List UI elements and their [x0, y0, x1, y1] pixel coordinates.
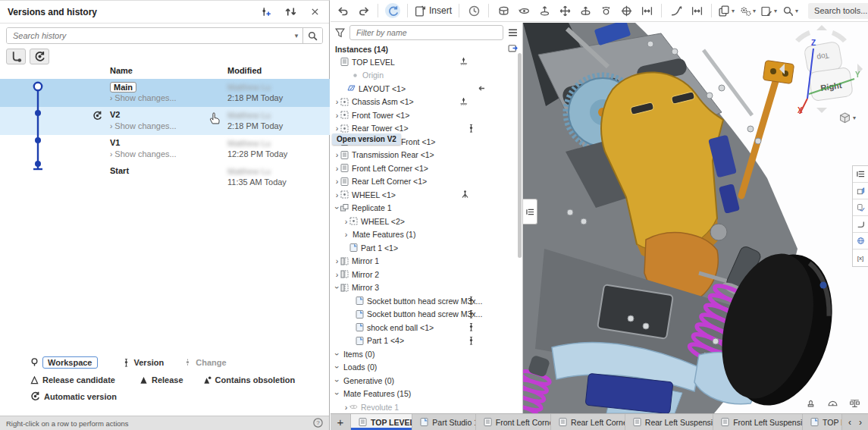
expand-arrow[interactable]: [334, 165, 340, 172]
tree-item-mirror-1[interactable]: Mirror 1: [331, 255, 522, 268]
history-row-start[interactable]: Start Matthew Lu 11:35 AM Today: [0, 163, 330, 189]
expand-arrow[interactable]: [343, 403, 349, 411]
tree-item-front-tower[interactable]: Front Tower <1>: [331, 108, 522, 122]
gears-dropdown[interactable]: ▾: [740, 5, 756, 17]
tree-item-mate-features-1[interactable]: Mate Features (1): [331, 228, 522, 242]
tree-item-front-left-corner[interactable]: Front Left Corner <1>: [331, 162, 522, 175]
sheets-dropdown[interactable]: ▾: [719, 5, 735, 17]
tree-section-loads[interactable]: Loads (0): [331, 361, 522, 375]
close-icon[interactable]: [308, 5, 321, 19]
expand-arrow[interactable]: [343, 218, 349, 225]
history-row-v2[interactable]: V2 ›Show changes... Matthew Lu 2:18 PM T…: [0, 107, 330, 135]
filter-by-name-input[interactable]: [349, 25, 503, 40]
tree-item-origin[interactable]: Origin: [331, 69, 522, 83]
tree-item-wheel-2[interactable]: WHEEL <2>: [331, 215, 522, 228]
expand-arrow[interactable]: [334, 257, 340, 265]
tree-item-shock-end-ball[interactable]: shock end ball <1>: [331, 321, 522, 334]
expand-arrow[interactable]: [334, 191, 340, 199]
show-changes-link[interactable]: ›Show changes...: [110, 149, 177, 159]
collapse-arrow[interactable]: [334, 363, 340, 371]
tree-item-transmission-rear[interactable]: Transmission Rear <1>: [331, 149, 522, 162]
tree-item-layout[interactable]: LAYOUT <1>: [331, 82, 522, 96]
history-row-main[interactable]: Main ›Show changes... Matthew Lu 2:18 PM…: [0, 79, 330, 107]
tabs-next-arrow[interactable]: ›: [859, 417, 862, 428]
search-icon[interactable]: [302, 28, 322, 43]
collapse-arrow[interactable]: [334, 377, 340, 384]
scale-icon[interactable]: [849, 397, 860, 409]
branch-view-toggle[interactable]: [6, 49, 26, 64]
view-options-button[interactable]: ▾: [839, 112, 856, 124]
tree-item-revolute-1[interactable]: Revolute 1: [331, 400, 522, 413]
undo-icon[interactable]: [335, 3, 350, 18]
tree-item-wheel-1[interactable]: WHEEL <1>: [331, 188, 522, 202]
open-in-window-icon[interactable]: [508, 43, 518, 55]
show-changes-link[interactable]: ›Show changes...: [110, 93, 177, 102]
tree-item-rear-left-corner[interactable]: Rear Left Corner <1>: [331, 175, 522, 189]
tree-item-mirror-2[interactable]: Mirror 2: [331, 268, 522, 281]
auto-version-toggle[interactable]: [30, 49, 49, 64]
tree-item-top-level[interactable]: TOP LEVEL: [331, 55, 522, 69]
stamp-icon[interactable]: [805, 397, 816, 409]
search-filter-caret[interactable]: ▾: [290, 32, 302, 39]
expand-arrow[interactable]: [334, 177, 340, 185]
variables-icon[interactable]: [x]: [853, 250, 868, 266]
collapse-arrow[interactable]: [334, 204, 340, 212]
history-row-v1[interactable]: V1 ›Show changes... Matthew Lu 12:28 PM …: [0, 135, 330, 163]
ball-mate-icon[interactable]: [598, 3, 613, 18]
expand-arrow[interactable]: [334, 124, 340, 132]
tree-item-replicate-1[interactable]: Replicate 1: [331, 202, 522, 215]
tree-scrollbar[interactable]: [518, 53, 522, 258]
tree-item-screw-1[interactable]: Socket button head screw M3x...: [331, 294, 522, 308]
search-history-input[interactable]: [7, 28, 290, 43]
tree-section-items[interactable]: Items (0): [331, 347, 522, 361]
tab-rear-left-corner[interactable]: Rear Left Corner: [550, 414, 625, 430]
expand-arrow[interactable]: [334, 271, 340, 278]
tab-front-left-corner[interactable]: Front Left Corner: [475, 414, 550, 430]
sync-icon[interactable]: [385, 3, 400, 18]
view-cube[interactable]: Top Right Z X Y: [779, 24, 863, 114]
collapse-arrow[interactable]: [334, 350, 340, 358]
cylindrical-mate-icon[interactable]: [578, 3, 593, 18]
planar-mate-icon[interactable]: [557, 3, 572, 18]
bent-part-icon[interactable]: [853, 216, 868, 233]
compare-versions-icon[interactable]: [284, 5, 297, 19]
sheet-edit-dropdown[interactable]: ▾: [761, 5, 777, 17]
insert-button[interactable]: Insert: [415, 5, 452, 17]
filter-icon[interactable]: [335, 28, 345, 38]
tab-front-left-suspension[interactable]: Front Left Suspension: [713, 414, 802, 430]
redo-icon[interactable]: [356, 3, 371, 18]
collapse-arrow[interactable]: [334, 390, 340, 397]
appearance-cube-icon[interactable]: [853, 183, 868, 199]
show-changes-link[interactable]: ›Show changes...: [110, 121, 177, 130]
tree-item-screw-2[interactable]: Socket button head screw M3x...: [331, 308, 522, 322]
tab-part-studio-1[interactable]: Part Studio 1: [412, 414, 475, 430]
tangent-mate-icon[interactable]: [669, 3, 684, 18]
clip-panel-icon[interactable]: [853, 199, 868, 216]
globe-icon[interactable]: [853, 233, 868, 250]
tree-item-part-1-4[interactable]: Part 1 <4>: [331, 334, 522, 348]
fastened-mate-icon[interactable]: [496, 3, 511, 18]
tree-item-part-1-1[interactable]: Part 1 <1>: [331, 241, 522, 255]
tree-section-mate-features[interactable]: Mate Features (15): [331, 388, 522, 401]
feature-list-flyout-handle[interactable]: [523, 199, 537, 224]
tree-section-generative[interactable]: Generative (0): [331, 374, 522, 388]
tabs-prev-arrow[interactable]: ‹: [848, 417, 851, 428]
list-options-icon[interactable]: [508, 28, 518, 38]
create-version-icon[interactable]: [259, 5, 273, 19]
tab-top-level-2[interactable]: TOP L: [802, 414, 841, 430]
help-icon[interactable]: [313, 418, 323, 429]
collapse-arrow[interactable]: [334, 284, 340, 291]
viewport-3d[interactable]: Top Right Z X Y: [523, 23, 868, 413]
clock-icon[interactable]: [466, 3, 481, 18]
tab-top-level[interactable]: TOP LEVEL: [350, 414, 412, 430]
tree-item-chassis-asm[interactable]: Chassis Asm <1>: [331, 96, 522, 109]
distance-icon[interactable]: [689, 3, 704, 18]
slider-mate-icon[interactable]: [537, 3, 552, 18]
tab-rear-left-suspension[interactable]: Rear Left Suspension: [625, 414, 713, 430]
search-tools[interactable]: Search tools... alt/⌥ c: [808, 3, 868, 19]
add-tab-button[interactable]: +: [331, 414, 350, 430]
tree-item-mirror-3[interactable]: Mirror 3: [331, 281, 522, 295]
revolute-mate-icon[interactable]: [516, 3, 531, 18]
bom-list-icon[interactable]: [853, 166, 868, 183]
expand-arrow[interactable]: [334, 98, 340, 105]
